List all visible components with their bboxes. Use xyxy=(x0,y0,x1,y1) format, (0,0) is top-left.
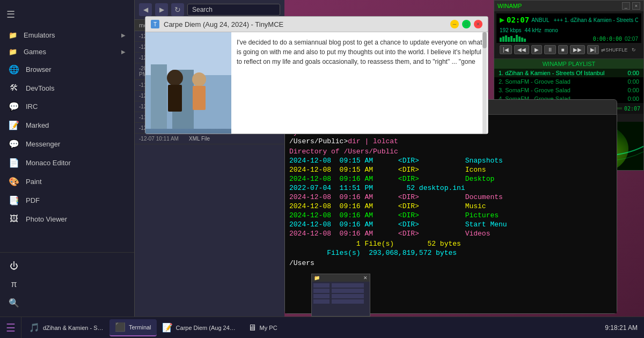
tinymce-scrollbar[interactable] xyxy=(482,32,487,134)
svg-point-6 xyxy=(192,72,206,86)
winamp-prev-button[interactable]: |◀ xyxy=(500,45,512,54)
sidebar-item-emulators[interactable]: 📁 Emulators ▶ xyxy=(0,27,134,43)
eq-bar xyxy=(513,38,515,42)
monaco-label: Monaco Editor xyxy=(26,159,71,167)
terminal-line: Files(s) 293,068,819,572 bytes xyxy=(289,249,612,257)
sidebar-item-pi[interactable]: π xyxy=(0,275,134,293)
tinymce-scrollbar-thumb xyxy=(482,32,487,48)
winamp-bps: 02:07 xyxy=(625,36,638,42)
terminal-line: 2024-12-08 09:16 AM <DIR> Desktop xyxy=(289,175,612,183)
terminal-line: /Users xyxy=(289,259,612,267)
taskbar: ☰ 🎵 dZihan & Kamien - Str... ⬛ Terminal … xyxy=(0,317,644,338)
taskbar-mypc-icon: 🖥 xyxy=(248,323,257,333)
sidebar-item-irc[interactable]: 💬 IRC xyxy=(0,97,134,116)
photo-viewer-label: Photo Viewer xyxy=(26,215,67,223)
tinymce-minimize-button[interactable]: ─ xyxy=(450,20,459,28)
eq-bar xyxy=(524,39,526,42)
winamp-shuffle-label: ⇌SHUFFLE xyxy=(601,47,627,53)
start-menu-header: ☰ xyxy=(0,0,134,25)
taskbar-start-button[interactable]: ☰ xyxy=(0,317,21,339)
taskbar-item-terminal[interactable]: ⬛ Terminal xyxy=(109,319,157,336)
winamp-playlist-item[interactable]: 3. SomaFM - Groove Salad 0:00 xyxy=(494,86,643,94)
fm-back-button[interactable]: ◀ xyxy=(139,3,152,16)
eq-bar xyxy=(510,36,513,42)
sidebar-item-marked[interactable]: 📝 Marked xyxy=(0,116,134,135)
blog-content-text: I've decided to do a semiannual blog pos… xyxy=(237,39,482,65)
winamp-play-button[interactable]: ▶ xyxy=(531,45,542,54)
tinymce-maximize-button[interactable]: □ xyxy=(462,20,471,28)
table-row[interactable]: -12-07 10:11 AM XML File xyxy=(135,134,284,144)
winamp-track-info: ANBUL +++ 1. dZihan & Kamien - Streets O… xyxy=(531,17,638,23)
fm-search-input[interactable] xyxy=(187,4,280,16)
sidebar-item-monaco-editor[interactable]: 📄 Monaco Editor xyxy=(0,153,134,172)
games-icon: 📁 xyxy=(9,48,17,56)
search-icon: 🔍 xyxy=(9,298,19,308)
taskbar-item-mypc[interactable]: 🖥 My PC xyxy=(243,319,283,336)
terminal-line: 2024-12-08 09:16 AM <DIR> Documents xyxy=(289,193,612,201)
svg-rect-5 xyxy=(168,85,182,112)
mini-fm-row xyxy=(313,299,368,304)
sidebar-item-photo-viewer[interactable]: 🖼 Photo Viewer xyxy=(0,210,134,228)
winamp-minimize-button[interactable]: _ xyxy=(622,2,630,10)
winamp-next-button[interactable]: ▶| xyxy=(587,45,599,54)
winamp-khz: 44 kHz xyxy=(525,27,541,33)
winamp-stop-button[interactable]: ■ xyxy=(558,45,568,54)
terminal-line: 2024-12-08 09:15 AM <DIR> Icons xyxy=(289,166,612,174)
fm-forward-button[interactable]: ▶ xyxy=(155,3,168,16)
winamp-title: WINAMP xyxy=(497,3,522,9)
tinymce-content-area[interactable]: I've decided to do a semiannual blog pos… xyxy=(231,32,488,134)
games-arrow-icon: ▶ xyxy=(121,49,126,55)
winamp-ff-button[interactable]: ▶▶ xyxy=(570,45,585,54)
eq-bar xyxy=(502,36,504,42)
winamp-kbps: 192 kbps xyxy=(500,27,522,33)
devtools-icon: 🛠 xyxy=(9,83,19,93)
terminal-line: 2022-07-04 11:51 PM 52 desktop.ini xyxy=(289,184,612,192)
sidebar-item-browser[interactable]: 🌐 Browser xyxy=(0,60,134,79)
blog-image-svg xyxy=(145,32,231,129)
svg-rect-7 xyxy=(193,86,206,110)
terminal-line: 2024-12-08 09:16 AM <DIR> Pictures xyxy=(289,211,612,219)
winamp-playlist-item[interactable]: 2. SomaFM - Groove Salad 0:00 xyxy=(494,77,643,86)
photo-viewer-icon: 🖼 xyxy=(9,214,19,224)
mini-fm-body xyxy=(312,282,370,306)
winamp-repeat-label: ↻ xyxy=(632,47,636,53)
desktop: 🖥 My PC 📋 FeatureReview 📁 Public 🗺 My Tr… xyxy=(0,0,644,338)
winamp-close-button[interactable]: × xyxy=(632,2,640,10)
sidebar-item-search[interactable]: 🔍 xyxy=(0,293,134,312)
tinymce-body: I've decided to do a semiannual blog pos… xyxy=(145,32,488,134)
monaco-icon: 📄 xyxy=(9,158,19,168)
taskbar-terminal-label: Terminal xyxy=(129,324,151,330)
sidebar-item-paint[interactable]: 🎨 Paint xyxy=(0,172,134,191)
mini-file-manager-thumbnail[interactable]: 📁 ✕ xyxy=(311,274,370,317)
paint-label: Paint xyxy=(26,178,42,186)
browser-label: Browser xyxy=(26,65,52,74)
winamp-pl-time: 02:07 xyxy=(624,106,640,112)
winamp-equalizer: 0:00:0:00 02:07 xyxy=(496,34,641,43)
tinymce-close-button[interactable]: ✕ xyxy=(474,20,482,28)
svg-point-4 xyxy=(167,70,183,86)
fm-refresh-button[interactable]: ↻ xyxy=(171,3,184,16)
marked-icon: 📝 xyxy=(9,120,19,130)
messenger-label: Messenger xyxy=(26,140,60,148)
taskbar-items: 🎵 dZihan & Kamien - Str... ⬛ Terminal 📝 … xyxy=(21,319,598,336)
hamburger-menu-icon[interactable]: ☰ xyxy=(6,9,15,20)
winamp-pause-button[interactable]: ⏸ xyxy=(544,45,556,54)
sidebar-item-messenger[interactable]: 💬 Messenger xyxy=(0,135,134,153)
winamp-rew-button[interactable]: ◀◀ xyxy=(514,45,529,54)
taskbar-item-winamp[interactable]: 🎵 dZihan & Kamien - Str... xyxy=(24,319,109,336)
irc-label: IRC xyxy=(26,102,38,111)
blog-post-image xyxy=(145,32,231,134)
mini-fm-close-icon[interactable]: ✕ xyxy=(363,275,368,281)
winamp-time-display: 02:07 xyxy=(507,16,529,24)
winamp-time-remaining: 0:00:0:00 xyxy=(593,36,622,42)
sidebar-item-devtools[interactable]: 🛠 DevTools xyxy=(0,79,134,97)
taskbar-clock: 9:18:21 AM xyxy=(598,324,644,332)
sidebar-item-games[interactable]: 📁 Games ▶ xyxy=(0,43,134,60)
mini-fm-row xyxy=(313,294,368,298)
sidebar-item-power[interactable]: ⏻ xyxy=(0,257,134,275)
sidebar-item-pdf[interactable]: 📑 PDF xyxy=(0,191,134,210)
taskbar-item-tinymce[interactable]: 📝 Carpe Diem (Aug 24, ... xyxy=(157,319,243,336)
winamp-stats: 192 kbps 44 kHz mono xyxy=(496,26,641,34)
winamp-playlist-item[interactable]: 1. dZihan & Kamien - Streets Of Istanbul… xyxy=(494,69,643,77)
start-menu: ☰ 📁 Emulators ▶ 📁 Games ▶ 🌐 Browser xyxy=(0,0,134,317)
